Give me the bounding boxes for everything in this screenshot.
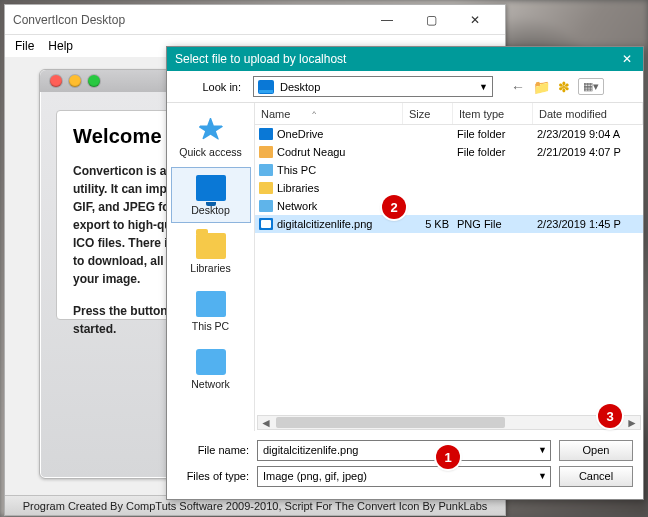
file-type-value: Image (png, gif, jpeg) <box>263 470 367 482</box>
close-button[interactable]: ✕ <box>453 6 497 34</box>
star-icon <box>196 117 226 143</box>
dialog-title: Select file to upload by localhost <box>175 52 346 66</box>
minimize-button[interactable]: — <box>365 6 409 34</box>
place-label: Libraries <box>190 262 230 274</box>
annotation-marker-3: 3 <box>598 404 622 428</box>
horizontal-scrollbar[interactable]: ◄ ► <box>257 415 641 430</box>
file-name: digitalcitizenlife.png <box>277 218 407 230</box>
back-icon[interactable]: ← <box>511 79 525 95</box>
file-date: 2/23/2019 1:45 P <box>537 218 643 230</box>
file-name-label: File name: <box>177 444 249 456</box>
scroll-thumb[interactable] <box>276 417 505 428</box>
net-icon <box>196 349 226 375</box>
dialog-toolbar: Look in: Desktop ▼ ← 📁 ✽ ▦▾ <box>167 71 643 103</box>
desktop-icon <box>258 80 274 94</box>
file-type-label: Files of type: <box>177 470 249 482</box>
views-menu-button[interactable]: ▦▾ <box>578 78 604 95</box>
look-in-value: Desktop <box>280 81 479 93</box>
traffic-max-icon[interactable] <box>88 75 100 87</box>
file-open-dialog: Select file to upload by localhost ✕ Loo… <box>166 46 644 500</box>
file-row[interactable]: digitalcitizenlife.png5 KBPNG File2/23/2… <box>255 215 643 233</box>
column-headers[interactable]: Name^ Size Item type Date modified <box>255 103 643 125</box>
col-date[interactable]: Date modified <box>533 103 643 124</box>
file-name: Codrut Neagu <box>277 146 407 158</box>
file-name-value: digitalcitizenlife.png <box>263 444 358 456</box>
chevron-down-icon: ▼ <box>479 82 488 92</box>
user-icon <box>259 146 273 158</box>
open-button[interactable]: Open <box>559 440 633 461</box>
dialog-close-button[interactable]: ✕ <box>619 52 635 66</box>
place-label: Network <box>191 378 230 390</box>
place-label: This PC <box>192 320 229 332</box>
file-date: 2/21/2019 4:07 P <box>537 146 643 158</box>
look-in-label: Look in: <box>175 81 247 93</box>
folder-icon <box>196 233 226 259</box>
pc-icon <box>196 291 226 317</box>
places-bar: Quick accessDesktopLibrariesThis PCNetwo… <box>167 103 255 431</box>
monitor-icon <box>196 175 226 201</box>
file-name: This PC <box>277 164 407 176</box>
file-type: File folder <box>457 146 537 158</box>
file-name: OneDrive <box>277 128 407 140</box>
file-name: Libraries <box>277 182 407 194</box>
chevron-down-icon: ▼ <box>538 471 547 481</box>
look-in-select[interactable]: Desktop ▼ <box>253 76 493 97</box>
place-libraries[interactable]: Libraries <box>171 225 251 281</box>
scroll-right-icon[interactable]: ► <box>624 416 640 430</box>
cancel-button[interactable]: Cancel <box>559 466 633 487</box>
pc-icon <box>259 164 273 176</box>
net-icon <box>259 200 273 212</box>
file-type: PNG File <box>457 218 537 230</box>
place-label: Quick access <box>179 146 241 158</box>
file-date: 2/23/2019 9:04 A <box>537 128 643 140</box>
col-type[interactable]: Item type <box>453 103 533 124</box>
file-row[interactable]: OneDriveFile folder2/23/2019 9:04 A <box>255 125 643 143</box>
file-list-area: Name^ Size Item type Date modified OneDr… <box>255 103 643 431</box>
file-name-input[interactable]: digitalcitizenlife.png ▼ <box>257 440 551 461</box>
dialog-bottom: File name: digitalcitizenlife.png ▼ Open… <box>167 431 643 499</box>
file-type: File folder <box>457 128 537 140</box>
file-row[interactable]: Codrut NeaguFile folder2/21/2019 4:07 P <box>255 143 643 161</box>
menu-help[interactable]: Help <box>48 39 73 53</box>
file-size: 5 KB <box>407 218 457 230</box>
maximize-button[interactable]: ▢ <box>409 6 453 34</box>
file-list[interactable]: OneDriveFile folder2/23/2019 9:04 ACodru… <box>255 125 643 431</box>
sort-indicator-icon: ^ <box>312 109 316 118</box>
place-network[interactable]: Network <box>171 341 251 397</box>
dialog-titlebar[interactable]: Select file to upload by localhost ✕ <box>167 47 643 71</box>
file-type-select[interactable]: Image (png, gif, jpeg) ▼ <box>257 466 551 487</box>
col-size[interactable]: Size <box>403 103 453 124</box>
file-row[interactable]: Libraries <box>255 179 643 197</box>
place-quick-access[interactable]: Quick access <box>171 109 251 165</box>
annotation-marker-1: 1 <box>436 445 460 469</box>
file-row[interactable]: This PC <box>255 161 643 179</box>
scroll-left-icon[interactable]: ◄ <box>258 416 274 430</box>
up-one-level-icon[interactable]: 📁 <box>533 79 550 95</box>
onedrive-icon <box>259 128 273 140</box>
annotation-marker-2: 2 <box>382 195 406 219</box>
col-name[interactable]: Name <box>261 108 290 120</box>
traffic-min-icon[interactable] <box>69 75 81 87</box>
place-desktop[interactable]: Desktop <box>171 167 251 223</box>
new-folder-icon[interactable]: ✽ <box>558 79 570 95</box>
app-titlebar[interactable]: ConvertIcon Desktop — ▢ ✕ <box>5 5 505 35</box>
png-icon <box>259 218 273 230</box>
chevron-down-icon: ▼ <box>538 445 547 455</box>
place-this-pc[interactable]: This PC <box>171 283 251 339</box>
app-title: ConvertIcon Desktop <box>13 13 365 27</box>
menu-file[interactable]: File <box>15 39 34 53</box>
traffic-close-icon[interactable] <box>50 75 62 87</box>
file-row[interactable]: Network <box>255 197 643 215</box>
lib-icon <box>259 182 273 194</box>
